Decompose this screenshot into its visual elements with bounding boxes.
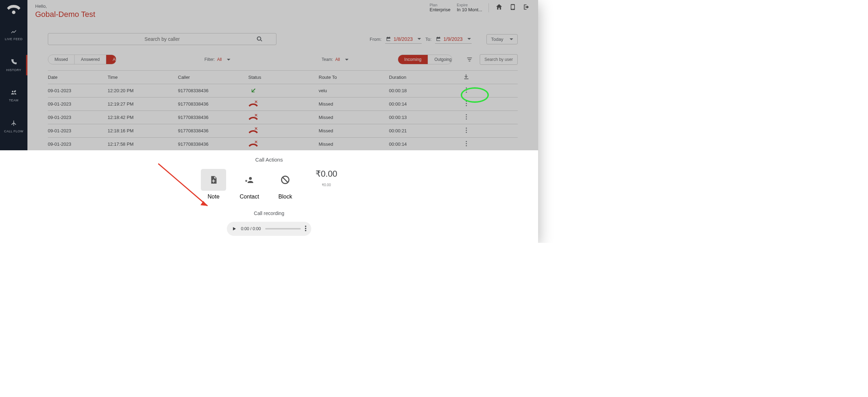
- chart-line-icon: [10, 28, 18, 34]
- cell-caller: 917708338436: [178, 115, 248, 120]
- call-cost: ₹0.00: [315, 169, 337, 179]
- note-button[interactable]: [201, 169, 226, 191]
- missed-call-icon: [248, 101, 319, 108]
- hello-text: Hello,: [35, 4, 47, 9]
- cell-caller: 917708338436: [178, 88, 248, 93]
- pill-all[interactable]: All: [106, 55, 116, 64]
- pill-incoming[interactable]: Incoming: [398, 55, 428, 64]
- cell-time: 12:18:42 PM: [108, 115, 178, 120]
- row-menu-button[interactable]: [466, 87, 467, 94]
- audio-menu[interactable]: [305, 226, 306, 232]
- nav-history[interactable]: HISTORY: [0, 55, 27, 75]
- svg-point-4: [466, 103, 467, 104]
- search-caller-input[interactable]: [94, 36, 231, 42]
- team-value[interactable]: All: [335, 57, 340, 62]
- logout-icon[interactable]: [523, 3, 530, 12]
- svg-point-8: [466, 118, 467, 119]
- filter-label: Filter:: [204, 57, 215, 62]
- expire-box: Expire In 10 Mont...: [457, 3, 482, 12]
- contact-label: Contact: [240, 194, 259, 200]
- cell-route: velu: [319, 88, 389, 93]
- from-date-field[interactable]: 1/8/2023: [385, 35, 422, 44]
- cell-duration: 00:00:14: [389, 101, 456, 107]
- panel-title: Call Actions: [255, 157, 283, 163]
- table-row[interactable]: 09-01-202312:18:16 PM917708338436Missed0…: [48, 124, 518, 138]
- calendar-icon: [436, 36, 441, 42]
- chevron-down-icon[interactable]: [227, 59, 230, 61]
- filter-icon[interactable]: [466, 56, 473, 63]
- row-menu-button[interactable]: [466, 101, 467, 107]
- cell-time: 12:20:20 PM: [108, 88, 178, 93]
- search-user-input[interactable]: [481, 57, 516, 62]
- audio-time: 0:00 / 0:00: [241, 226, 261, 231]
- block-icon: [280, 175, 290, 185]
- username: Gobal-Demo Test: [35, 10, 95, 19]
- chevron-down-icon[interactable]: [345, 59, 349, 61]
- search-row: From: 1/8/2023 To: 1/9/2023 Today: [27, 19, 538, 51]
- nav-label: LIVE FEED: [5, 37, 23, 41]
- svg-point-18: [305, 228, 306, 229]
- cell-caller: 917708338436: [178, 141, 248, 147]
- chevron-down-icon: [467, 38, 471, 40]
- table-row[interactable]: 09-01-202312:20:20 PM917708338436velu00:…: [48, 84, 518, 97]
- expire-value: In 10 Mont...: [457, 7, 482, 12]
- nav-call-flow[interactable]: CALL FLOW: [0, 116, 27, 137]
- col-status: Status: [248, 75, 319, 80]
- svg-point-13: [466, 143, 467, 144]
- table-row[interactable]: 09-01-202312:19:27 PM917708338436Missed0…: [48, 97, 518, 111]
- pill-answered[interactable]: Answered: [74, 55, 106, 64]
- pill-missed[interactable]: Missed: [48, 55, 74, 64]
- cell-route: Missed: [319, 141, 389, 147]
- cell-time: 12:17:58 PM: [108, 141, 178, 147]
- audio-player[interactable]: 0:00 / 0:00: [227, 222, 311, 236]
- row-menu-button[interactable]: [466, 114, 467, 121]
- search-icon: [256, 36, 263, 42]
- nav-team[interactable]: TEAM: [0, 86, 27, 106]
- status-pill-group: Missed Answered All: [48, 55, 116, 64]
- table-row[interactable]: 09-01-202312:17:58 PM917708338436Missed0…: [48, 138, 518, 151]
- calendar-icon: [386, 36, 391, 42]
- to-date-field[interactable]: 1/9/2023: [435, 35, 472, 44]
- play-icon[interactable]: [232, 226, 237, 231]
- header: Hello, Gobal-Demo Test Plan Enterprise E…: [27, 0, 538, 19]
- cell-date: 09-01-2023: [48, 101, 108, 107]
- missed-call-icon: [248, 127, 319, 134]
- table-row[interactable]: 09-01-202312:18:42 PM917708338436Missed0…: [48, 111, 518, 124]
- cell-date: 09-01-2023: [48, 128, 108, 133]
- nav-label: TEAM: [9, 99, 18, 102]
- svg-point-9: [466, 127, 467, 128]
- mobile-icon[interactable]: [509, 3, 516, 12]
- range-preset-select[interactable]: Today: [486, 34, 518, 44]
- direction-pill-group: Incoming Outgoing: [398, 55, 452, 64]
- chevron-down-icon: [510, 38, 513, 40]
- col-date: Date: [48, 75, 108, 80]
- block-button[interactable]: [273, 169, 298, 191]
- pill-outgoing[interactable]: Outgoing: [428, 55, 452, 64]
- col-route: Route To: [319, 75, 389, 80]
- nav-label: CALL FLOW: [4, 130, 23, 133]
- home-icon[interactable]: [495, 3, 503, 12]
- col-duration: Duration: [389, 75, 456, 80]
- recording-title: Call recording: [254, 210, 284, 216]
- filter-value[interactable]: All: [217, 57, 222, 62]
- svg-point-0: [466, 87, 467, 88]
- svg-point-12: [466, 141, 467, 142]
- nav-live-feed[interactable]: LIVE FEED: [0, 25, 27, 44]
- cell-time: 12:19:27 PM: [108, 101, 178, 107]
- to-label: To:: [425, 37, 431, 42]
- search-user-field[interactable]: [480, 54, 518, 65]
- search-caller-field[interactable]: [48, 33, 276, 45]
- greeting: Hello, Gobal-Demo Test: [35, 3, 95, 19]
- filter-bar: Missed Answered All Filter: All Team: Al…: [27, 51, 538, 68]
- contact-button[interactable]: [237, 169, 262, 191]
- col-time: Time: [108, 75, 178, 80]
- audio-progress[interactable]: [265, 228, 301, 229]
- row-menu-button[interactable]: [466, 127, 467, 134]
- cell-route: Missed: [319, 101, 389, 107]
- nav-label: HISTORY: [6, 68, 21, 72]
- svg-point-6: [466, 114, 467, 115]
- cell-date: 09-01-2023: [48, 88, 108, 93]
- row-menu-button[interactable]: [466, 141, 467, 147]
- svg-point-2: [466, 92, 467, 93]
- download-icon[interactable]: [463, 74, 470, 81]
